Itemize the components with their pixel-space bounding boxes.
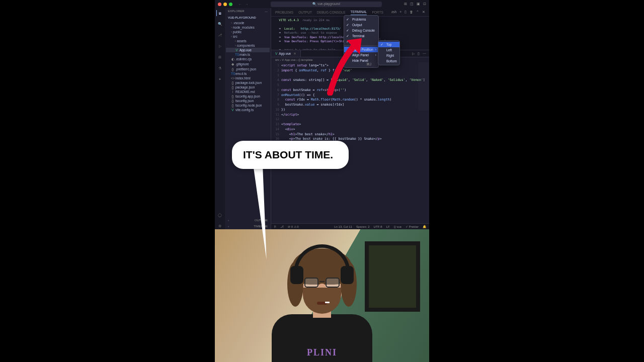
- status-eol[interactable]: LF: [386, 225, 390, 228]
- tree-item-package-lock-json[interactable]: {}package-lock.json: [226, 80, 270, 85]
- tree-item-public[interactable]: public: [226, 30, 270, 34]
- menu-problems[interactable]: Problems: [344, 17, 378, 22]
- extensions-icon[interactable]: ⊞: [217, 54, 223, 60]
- file-tree: .vscodenode_modulespublicsrcassetscompon…: [225, 21, 271, 112]
- maximize-icon[interactable]: [229, 3, 232, 6]
- close-icon[interactable]: [218, 3, 221, 6]
- run-icon[interactable]: ▷: [412, 52, 415, 56]
- layout-panel-icon[interactable]: ⊞: [404, 2, 407, 6]
- split-editor-icon[interactable]: ▯: [418, 52, 420, 56]
- tree-item-assets[interactable]: assets: [226, 39, 270, 43]
- maximize-panel-icon[interactable]: ⌃: [416, 10, 419, 14]
- account-icon[interactable]: ◯: [217, 212, 223, 218]
- status-spaces[interactable]: Spaces: 2: [356, 225, 370, 228]
- menu-output[interactable]: Output: [344, 22, 378, 28]
- copilot-icon[interactable]: ✦: [217, 76, 223, 82]
- submenu-left[interactable]: Left: [378, 47, 399, 53]
- command-center[interactable]: 🔍 vue-playground: [271, 2, 382, 7]
- status-prettier[interactable]: ✓ Prettier: [406, 225, 419, 228]
- tree-item-tsconfig-app-json[interactable]: {}tsconfig.app.json: [226, 94, 270, 99]
- speech-bubble: IT'S ABOUT TIME.: [232, 141, 349, 169]
- panel-tab-terminal[interactable]: TERMINAL: [351, 9, 367, 15]
- terminal-shell-label[interactable]: zsh: [391, 10, 396, 14]
- layout-right-icon[interactable]: ▣: [417, 2, 420, 6]
- status-remote-icon[interactable]: ⎘: [274, 225, 276, 228]
- more-actions-icon[interactable]: ⋯: [423, 52, 426, 56]
- headphones: [294, 244, 350, 275]
- tree-item-readme-md[interactable]: iREADME.md: [226, 89, 270, 94]
- tree-item-env-d-ts[interactable]: TSenv.d.ts: [226, 71, 270, 76]
- webcam-feed: [215, 229, 429, 362]
- vue-file-icon: V: [275, 52, 277, 55]
- vscode-window: ← → 🔍 vue-playground ⊞ ◫ ▣ ⊡ 🗎 🔍 ⎇ ▷ ⊞ ⚗…: [215, 0, 429, 229]
- nav-back-icon[interactable]: ←: [238, 3, 242, 6]
- status-errors[interactable]: ⊘ 0 ⚠ 0: [288, 225, 299, 228]
- explorer-icon[interactable]: 🗎: [216, 10, 222, 16]
- tree-item-tsconfig-node-json[interactable]: {}tsconfig.node.json: [226, 103, 270, 108]
- new-terminal-icon[interactable]: +: [399, 10, 401, 14]
- settings-gear-icon[interactable]: ⚙: [217, 223, 223, 229]
- tree-item-index-html[interactable]: <>index.html: [226, 76, 270, 80]
- traffic-lights[interactable]: [218, 3, 232, 6]
- testing-icon[interactable]: ⚗: [217, 65, 223, 71]
- tree-item--vscode[interactable]: .vscode: [226, 21, 270, 25]
- run-debug-icon[interactable]: ▷: [217, 43, 223, 49]
- tree-item-src[interactable]: src: [226, 34, 270, 39]
- split-terminal-icon[interactable]: ▯: [405, 10, 407, 14]
- status-bell-icon[interactable]: 🔔: [423, 225, 426, 228]
- explorer-more-icon[interactable]: ⋯: [265, 10, 268, 13]
- tree-item-main-ts[interactable]: TSmain.ts: [226, 52, 270, 57]
- minimap[interactable]: [418, 62, 429, 223]
- panel-tab-output[interactable]: OUTPUT: [298, 10, 312, 15]
- submenu-top[interactable]: Top: [378, 42, 399, 47]
- tree-item-components[interactable]: components: [226, 43, 270, 48]
- nav-fwd-icon[interactable]: →: [245, 3, 249, 6]
- activity-bar: 🗎 🔍 ⎇ ▷ ⊞ ⚗ ✦ ◯ ⚙: [215, 8, 225, 229]
- panel-tab-debug[interactable]: DEBUG CONSOLE: [317, 10, 346, 15]
- source-control-icon[interactable]: ⎇: [217, 32, 223, 38]
- submenu-right[interactable]: Right: [378, 53, 399, 58]
- tree-item--gitignore[interactable]: ◆.gitignore: [226, 62, 270, 67]
- customize-layout-icon[interactable]: ⊡: [423, 2, 426, 6]
- title-bar: ← → 🔍 vue-playground ⊞ ◫ ▣ ⊡: [215, 0, 429, 8]
- person: [267, 247, 377, 362]
- project-root[interactable]: VUE-PLAYGROUND: [228, 16, 256, 19]
- explorer-title: EXPLORER: [228, 10, 245, 13]
- status-encoding[interactable]: UTF-8: [374, 225, 382, 228]
- close-panel-icon[interactable]: ✕: [422, 10, 425, 14]
- submenu-bottom[interactable]: Bottom: [378, 58, 399, 64]
- panel-tab-ports[interactable]: PORTS: [372, 10, 383, 15]
- layout-sidebar-icon[interactable]: ◫: [410, 2, 414, 6]
- tree-item-package-json[interactable]: {}package.json: [226, 85, 270, 89]
- status-lang[interactable]: {} vue: [394, 225, 401, 228]
- tree-item-tsconfig-json[interactable]: {}tsconfig.json: [226, 99, 270, 103]
- tree-item--prettierrc-json[interactable]: {}.prettierrc.json: [226, 67, 270, 71]
- tree-item-app-vue[interactable]: VApp.vue: [226, 48, 270, 52]
- shirt: [272, 314, 372, 362]
- tree-item--eslintrc-cjs[interactable]: ◐.eslintrc.cjs: [226, 57, 270, 62]
- status-position[interactable]: Ln 13, Col 11: [334, 225, 352, 228]
- status-branch[interactable]: ⎇: [280, 225, 284, 228]
- tab-app-vue[interactable]: V App.vue ✕: [271, 50, 301, 57]
- status-bar: ⎘ ⎇ ⊘ 0 ⚠ 0 Ln 13, Col 11 Spaces: 2 UTF-…: [271, 223, 429, 229]
- search-icon[interactable]: 🔍: [217, 21, 223, 27]
- minimize-icon[interactable]: [223, 3, 227, 6]
- panel-position-submenu[interactable]: TopLeftRightBottom: [378, 40, 400, 65]
- panel-tab-problems[interactable]: PROBLEMS: [275, 10, 293, 15]
- close-tab-icon[interactable]: ✕: [293, 52, 296, 56]
- tree-item-node-modules[interactable]: node_modules: [226, 25, 270, 30]
- kill-terminal-icon[interactable]: 🗑: [410, 10, 413, 14]
- tree-item-vite-config-ts[interactable]: Vvite.config.ts: [226, 108, 270, 112]
- menu-debug-console[interactable]: Debug Console: [344, 28, 378, 33]
- annotation-arrow: [323, 35, 368, 96]
